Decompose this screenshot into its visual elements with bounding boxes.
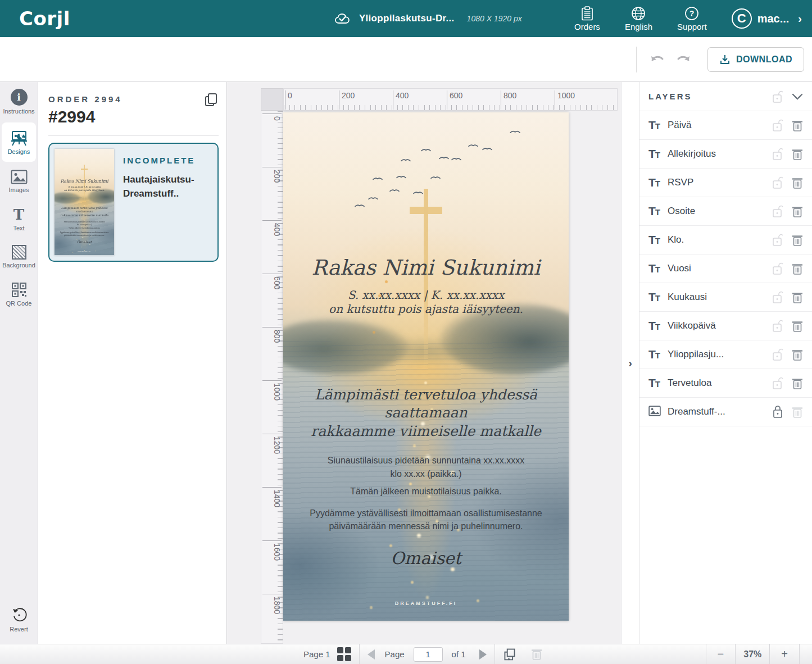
ruler-tick-label: 600 [262, 274, 282, 289]
lock-open-icon[interactable] [772, 319, 784, 333]
layer-name: Klo. [668, 234, 772, 245]
lock-open-icon[interactable] [772, 290, 784, 304]
layer-row[interactable]: TT Dreamstuff-... [639, 398, 812, 426]
lock-open-icon[interactable] [772, 348, 784, 361]
trash-icon[interactable] [792, 176, 803, 189]
rail-label-revert: Revert [10, 626, 28, 633]
nav-orders[interactable]: Orders [574, 6, 600, 31]
text-layer-icon: TT [648, 176, 668, 189]
design-brand-text: DREAMSTUFF.FI [283, 601, 569, 606]
lock-open-icon[interactable] [772, 233, 784, 247]
design-rsvp-text[interactable]: Pyydämme ystävällisesti ilmoittamaan osa… [283, 507, 569, 533]
account-menu[interactable]: C mac... › [732, 8, 802, 29]
page-count-label: of 1 [452, 649, 466, 659]
order-separator [48, 135, 219, 136]
design-thumb-art: Rakas Nimi Sukunimi S. xx.xx.xxxx | K. x… [55, 149, 114, 255]
document-title[interactable]: Ylioppilaskutsu-Dr... [359, 13, 455, 24]
design-memorial-text[interactable]: Tämän jälkeen muistotilaisuus paikka. [283, 486, 569, 497]
undo-icon[interactable] [649, 53, 666, 66]
rail-item-instructions[interactable]: i Instructions [0, 82, 38, 121]
copy-icon[interactable] [204, 92, 219, 108]
download-button[interactable]: DOWNLOAD [707, 47, 804, 72]
rail-label-designs: Designs [8, 148, 30, 155]
lock-open-icon[interactable] [772, 147, 784, 161]
prev-page-icon[interactable] [368, 649, 375, 660]
sparkles-graphic [283, 112, 285, 114]
revert-icon [11, 607, 28, 624]
rail-item-qrcode[interactable]: QR Code [0, 275, 38, 313]
layer-name: Päivä [668, 120, 772, 131]
design-subtitle-text[interactable]: on kutsuttu pois ajasta iäisyyteen. [283, 302, 569, 316]
lock-open-icon[interactable] [772, 119, 784, 132]
design-card[interactable]: Rakas Nimi Sukunimi S. xx.xx.xxxx | K. x… [48, 143, 219, 262]
ruler-tick-label: 1800 [262, 594, 282, 614]
layer-row[interactable]: TT Päivä [639, 111, 812, 140]
nav-support[interactable]: ? Support [677, 6, 707, 31]
rail-item-revert[interactable]: Revert [0, 600, 38, 639]
trash-icon[interactable] [792, 262, 803, 275]
layer-row[interactable]: TT Vuosi [639, 254, 812, 283]
trash-icon[interactable] [792, 234, 803, 247]
collapse-chevron-icon[interactable]: › [628, 357, 632, 370]
duplicate-page-icon[interactable] [503, 648, 516, 661]
trash-icon[interactable] [792, 148, 803, 161]
design-details-text[interactable]: Siunaustilaisuus pidetään sunnuntaina xx… [283, 454, 569, 481]
nav-language[interactable]: English [625, 6, 652, 31]
lock-open-icon[interactable] [772, 262, 784, 275]
order-label: ORDER 2994 [48, 92, 123, 104]
trash-icon[interactable] [792, 377, 803, 390]
layer-name: Vuosi [668, 263, 772, 274]
trash-icon[interactable] [792, 119, 803, 132]
rail-item-text[interactable]: T Text [0, 200, 38, 238]
rail-item-images[interactable]: Images [0, 163, 38, 200]
lock-open-icon[interactable] [772, 204, 784, 218]
delete-page-icon[interactable] [531, 648, 542, 661]
trash-icon[interactable] [792, 320, 803, 333]
layer-row[interactable]: TT Klo. [639, 226, 812, 254]
layer-row[interactable]: TT Kuukausi [639, 283, 812, 312]
trash-icon[interactable] [792, 406, 803, 419]
redo-icon[interactable] [675, 53, 692, 66]
trash-icon[interactable] [792, 205, 803, 218]
cross-graphic [424, 189, 428, 372]
zoom-out-button[interactable]: − [714, 648, 728, 661]
trash-icon[interactable] [792, 348, 803, 361]
design-page[interactable]: Rakas Nimi Sukunimi S. xx.xx.xxxx | K. x… [283, 112, 569, 621]
layer-row[interactable]: TT RSVP [639, 169, 812, 197]
ruler-tick-label: 400 [393, 90, 409, 110]
design-dates-text[interactable]: S. xx.xx.xxxx | K. xx.xx.xxxx [283, 288, 569, 302]
tool-rail: i Instructions Designs Images [0, 82, 38, 644]
design-name: Hautajaiskutsu-Dreamstuff.. [123, 173, 207, 201]
layer-row[interactable]: TT Allekirjoitus [639, 140, 812, 169]
layer-name: Dreamstuff-... [668, 406, 772, 417]
image-layer-icon [648, 406, 668, 419]
page-number-input[interactable] [414, 647, 443, 662]
lock-open-icon[interactable] [772, 176, 784, 189]
layer-row[interactable]: TT Ylioppilasju... [639, 340, 812, 369]
text-layer-icon: TT [648, 376, 668, 390]
zoom-in-button[interactable]: + [778, 648, 791, 661]
ruler-tick-label: 1400 [262, 487, 282, 507]
pages-grid-icon[interactable] [337, 647, 351, 661]
rail-item-background[interactable]: Background [0, 238, 38, 275]
lock-all-icon[interactable] [772, 90, 784, 103]
canvas-area[interactable]: 02004006008001000 0200400600800100012001… [227, 82, 621, 644]
lock-closed-icon[interactable] [772, 405, 784, 419]
rail-item-designs[interactable]: Designs [2, 122, 36, 162]
rail-label-qrcode: QR Code [6, 300, 32, 307]
layers-list: TT Päivä TT [639, 111, 812, 426]
layer-row[interactable]: TT Tervetuloa [639, 369, 812, 398]
design-title-text[interactable]: Rakas Nimi Sukunimi [283, 256, 569, 280]
lock-open-icon[interactable] [772, 376, 784, 390]
design-welcome-text[interactable]: Lämpimästi tervetuloa yhdessäsaattamaanr… [283, 386, 569, 441]
background-icon [12, 245, 26, 260]
easel-designs-icon [10, 129, 29, 146]
design-signature-text[interactable]: Omaiset [283, 548, 569, 568]
chevron-down-icon[interactable] [792, 93, 803, 100]
next-page-icon[interactable] [479, 649, 487, 660]
ruler-tick-label: 1000 [555, 90, 575, 110]
layer-row[interactable]: TT Osoite [639, 197, 812, 226]
layer-row[interactable]: TT Viikkopäivä [639, 312, 812, 340]
trash-icon[interactable] [792, 291, 803, 304]
text-tool-icon: T [13, 207, 24, 222]
